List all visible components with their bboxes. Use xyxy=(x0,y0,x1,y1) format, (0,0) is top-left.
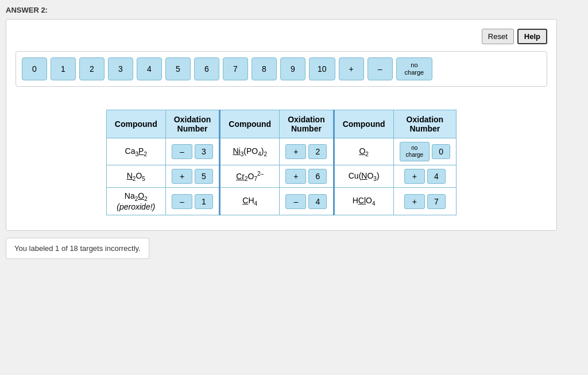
header-oxidation-1: OxidationNumber xyxy=(165,110,220,138)
compound-ca3p2: Ca3P2 xyxy=(106,138,165,165)
header-oxidation-2: OxidationNumber xyxy=(280,110,334,138)
num-ch4[interactable]: 4 xyxy=(308,194,327,209)
compound-na2o2: Na2O2 (peroxide!) xyxy=(106,188,165,215)
num-btn-4[interactable]: 4 xyxy=(137,57,162,80)
num-cr2o7[interactable]: 6 xyxy=(308,169,327,184)
num-btn-minus[interactable]: – xyxy=(368,57,393,80)
oxidation-ca3p2: – 3 xyxy=(165,138,220,165)
oxidation-cr2o7: + 6 xyxy=(280,165,334,188)
table-row: Ca3P2 – 3 Ni3(PO4)2 xyxy=(106,138,456,165)
num-btn-nocharge[interactable]: nocharge xyxy=(396,57,433,80)
table-row: N2O5 + 5 Cr2O72– xyxy=(106,165,456,188)
compound-n2o5: N2O5 xyxy=(106,165,165,188)
num-btn-3[interactable]: 3 xyxy=(108,57,133,80)
number-button-bar: 0 1 2 3 4 5 6 7 8 9 10 + – nocharge xyxy=(16,51,547,87)
compound-ch4: CH4 xyxy=(220,188,280,215)
sign-cuno3[interactable]: + xyxy=(404,169,425,184)
oxidation-n2o5: + 5 xyxy=(165,165,220,188)
compound-hclo4: HClO4 xyxy=(334,188,393,215)
help-button[interactable]: Help xyxy=(517,29,547,44)
oxidation-ni3po42: + 2 xyxy=(280,138,334,165)
oxidation-na2o2: – 1 xyxy=(165,188,220,215)
answer-label: ANSWER 2: xyxy=(6,6,582,14)
header-compound-1: Compound xyxy=(106,110,165,138)
num-btn-9[interactable]: 9 xyxy=(280,57,305,80)
num-ca3p2[interactable]: 3 xyxy=(195,144,213,159)
oxidation-o2: nocharge 0 xyxy=(393,138,457,165)
num-btn-0[interactable]: 0 xyxy=(22,57,47,80)
num-na2o2[interactable]: 1 xyxy=(195,194,213,209)
header-oxidation-3: OxidationNumber xyxy=(393,110,457,138)
status-message: You labeled 1 of 18 targets incorrectly. xyxy=(6,238,149,259)
oxidation-ch4: – 4 xyxy=(280,188,334,215)
reset-button[interactable]: Reset xyxy=(482,29,514,44)
num-cuno3[interactable]: 4 xyxy=(427,169,446,184)
oxidation-cuno3: + 4 xyxy=(393,165,457,188)
compound-ni3po42: Ni3(PO4)2 xyxy=(220,138,280,165)
compound-cuno3: Cu(NO3) xyxy=(334,165,393,188)
oxidation-hclo4: + 7 xyxy=(393,188,457,215)
num-btn-plus[interactable]: + xyxy=(339,57,364,80)
num-btn-10[interactable]: 10 xyxy=(309,57,335,80)
sign-cr2o7[interactable]: + xyxy=(285,169,306,184)
num-o2[interactable]: 0 xyxy=(432,144,450,159)
oxidation-table: Compound OxidationNumber Compound Oxidat… xyxy=(106,110,457,215)
sign-ca3p2[interactable]: – xyxy=(172,144,192,159)
num-ni3po42[interactable]: 2 xyxy=(308,144,327,159)
header-compound-3: Compound xyxy=(334,110,393,138)
compound-cr2o7: Cr2O72– xyxy=(220,165,280,188)
sign-hclo4[interactable]: + xyxy=(404,194,425,209)
sign-o2[interactable]: nocharge xyxy=(400,142,430,161)
num-hclo4[interactable]: 7 xyxy=(427,194,446,209)
num-btn-2[interactable]: 2 xyxy=(79,57,105,80)
table-row: Na2O2 (peroxide!) – 1 CH4 xyxy=(106,188,456,215)
num-btn-8[interactable]: 8 xyxy=(252,57,277,80)
content-area: Compound OxidationNumber Compound Oxidat… xyxy=(16,98,547,221)
num-btn-7[interactable]: 7 xyxy=(223,57,248,80)
header-compound-2: Compound xyxy=(220,110,280,138)
sign-na2o2[interactable]: – xyxy=(172,194,192,209)
num-btn-5[interactable]: 5 xyxy=(165,57,191,80)
num-n2o5[interactable]: 5 xyxy=(195,169,213,184)
num-btn-1[interactable]: 1 xyxy=(51,57,76,80)
num-btn-6[interactable]: 6 xyxy=(194,57,219,80)
sign-ni3po42[interactable]: + xyxy=(285,144,306,159)
compound-o2: O2 xyxy=(334,138,393,165)
sign-ch4[interactable]: – xyxy=(285,194,306,209)
sign-n2o5[interactable]: + xyxy=(172,169,192,184)
